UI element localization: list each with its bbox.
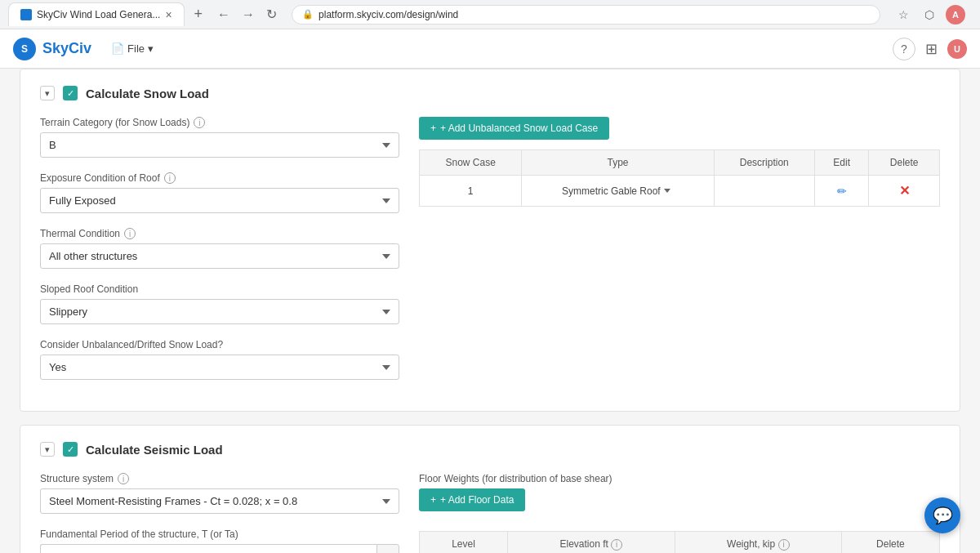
- file-icon: 📄: [111, 42, 124, 55]
- snow-case-col-header: Snow Case: [420, 150, 522, 176]
- thermal-info-icon[interactable]: i: [124, 228, 136, 239]
- header-right: ? ⊞ U: [893, 38, 967, 60]
- browser-profile[interactable]: A: [946, 5, 965, 25]
- exposure-condition-select[interactable]: Fully Exposed Partially Exposed Sheltere…: [40, 188, 399, 213]
- file-menu-chevron: ▾: [148, 42, 154, 55]
- snow-form-row: Terrain Category (for Snow Loads) i B A …: [40, 117, 940, 395]
- terrain-category-field: Terrain Category (for Snow Loads) i B A …: [40, 117, 399, 158]
- unbalanced-select[interactable]: Yes No: [40, 355, 399, 380]
- delete-snow-case-button[interactable]: ✕: [898, 181, 911, 200]
- main-content: ▾ ✓ Calculate Snow Load Terrain Category…: [0, 69, 980, 553]
- help-button[interactable]: ?: [893, 38, 915, 60]
- table-row: 1 Symmetric Gable Roof ✏ ✕: [420, 176, 940, 207]
- chat-support-button[interactable]: 💬: [924, 497, 960, 533]
- seismic-collapse-toggle[interactable]: ▾: [40, 442, 55, 457]
- extensions-button[interactable]: ⬡: [920, 5, 939, 25]
- seismic-form-row: Structure system i Steel Moment-Resistin…: [40, 473, 940, 553]
- floor-weights-label: Floor Weights (for distribution of base …: [419, 473, 940, 484]
- snow-case-delete-cell: ✕: [869, 176, 940, 207]
- terrain-category-select[interactable]: B A C D E: [40, 132, 399, 158]
- lock-icon: 🔒: [302, 9, 314, 20]
- unbalanced-field: Consider Unbalanced/Drifted Snow Load? Y…: [40, 339, 399, 380]
- apps-grid-button[interactable]: ⊞: [925, 40, 938, 58]
- logo-icon: S: [13, 38, 36, 60]
- weight-info-icon[interactable]: i: [778, 539, 790, 551]
- logo-text: SkyCiv: [42, 40, 91, 57]
- fundamental-period-input[interactable]: [40, 544, 376, 553]
- tab-title: SkyCiv Wind Load Genera...: [37, 9, 160, 20]
- section-collapse-toggle[interactable]: ▾: [40, 86, 55, 100]
- browser-tab[interactable]: SkyCiv Wind Load Genera... ×: [8, 2, 185, 26]
- fundamental-period-input-group: s: [40, 544, 399, 553]
- browser-navigation: ← → ↻: [209, 5, 285, 24]
- logo-area: S SkyCiv: [13, 38, 91, 60]
- url-text: platform.skyciv.com/design/wind: [318, 9, 458, 20]
- weight-col-header: Weight, kip i: [675, 532, 841, 554]
- snow-load-section: ▾ ✓ Calculate Snow Load Terrain Category…: [20, 69, 960, 412]
- structure-system-info-icon[interactable]: i: [118, 473, 129, 484]
- seismic-load-section: ▾ ✓ Calculate Seismic Load Structure sys…: [20, 425, 960, 553]
- add-snow-case-button[interactable]: + + Add Unbalanced Snow Load Case: [419, 117, 609, 140]
- floor-weights-table: Level Elevation ft i Weight, kip i: [419, 531, 940, 553]
- seismic-check-icon: ✓: [63, 442, 78, 457]
- reload-button[interactable]: ↻: [263, 5, 280, 24]
- seismic-section-header: ▾ ✓ Calculate Seismic Load: [40, 442, 940, 457]
- structure-system-field: Structure system i Steel Moment-Resistin…: [40, 473, 399, 514]
- snow-form-right: + + Add Unbalanced Snow Load Case Snow C…: [419, 117, 940, 395]
- delete-floor-col-header: Delete: [841, 532, 939, 554]
- seismic-form-left: Structure system i Steel Moment-Resistin…: [40, 473, 399, 553]
- back-button[interactable]: ←: [214, 6, 234, 24]
- thermal-condition-label: Thermal Condition i: [40, 228, 399, 239]
- user-avatar[interactable]: U: [947, 39, 967, 59]
- snow-cases-table: Snow Case Type Description Edit: [419, 149, 940, 207]
- type-col-header: Type: [522, 150, 714, 176]
- exposure-condition-label: Exposure Condition of Roof i: [40, 172, 399, 184]
- forward-button[interactable]: →: [238, 6, 258, 24]
- add-snow-case-label: + Add Unbalanced Snow Load Case: [440, 123, 598, 134]
- snow-case-type-select[interactable]: Symmetric Gable Roof: [562, 185, 674, 197]
- fundamental-period-unit: s: [376, 544, 399, 553]
- snow-form-left: Terrain Category (for Snow Loads) i B A …: [40, 117, 399, 395]
- seismic-section-title: Calculate Seismic Load: [86, 443, 223, 457]
- bookmark-button[interactable]: ☆: [893, 5, 913, 25]
- add-snow-case-icon: +: [430, 123, 436, 134]
- structure-system-label: Structure system i: [40, 473, 399, 484]
- fundamental-period-label: Fundamental Period of the structure, T (…: [40, 528, 399, 540]
- address-bar[interactable]: 🔒 platform.skyciv.com/design/wind: [292, 5, 880, 25]
- snow-section-header: ▾ ✓ Calculate Snow Load: [40, 86, 940, 100]
- exposure-info-icon[interactable]: i: [164, 172, 176, 184]
- fundamental-period-field: Fundamental Period of the structure, T (…: [40, 528, 399, 553]
- browser-chrome: SkyCiv Wind Load Genera... × + ← → ↻ 🔒 p…: [0, 0, 980, 29]
- exposure-condition-field: Exposure Condition of Roof i Fully Expos…: [40, 172, 399, 213]
- snow-section-title: Calculate Snow Load: [86, 87, 209, 100]
- section-check-icon: ✓: [63, 86, 78, 100]
- sloped-roof-field: Sloped Roof Condition Slippery Non-Slipp…: [40, 283, 399, 324]
- terrain-info-icon[interactable]: i: [194, 117, 205, 128]
- add-floor-icon: +: [430, 494, 436, 506]
- unbalanced-label: Consider Unbalanced/Drifted Snow Load?: [40, 339, 399, 350]
- structure-system-select[interactable]: Steel Moment-Resisting Frames - Ct = 0.0…: [40, 488, 399, 514]
- tab-close-button[interactable]: ×: [165, 8, 172, 21]
- edit-col-header: Edit: [815, 150, 869, 176]
- browser-actions: ☆ ⬡ A: [887, 5, 972, 25]
- seismic-form-right: Floor Weights (for distribution of base …: [419, 473, 940, 553]
- snow-case-type-cell: Symmetric Gable Roof: [522, 176, 714, 207]
- add-floor-label: + Add Floor Data: [440, 494, 514, 506]
- elevation-col-header: Elevation ft i: [508, 532, 675, 554]
- snow-case-description: [714, 176, 814, 207]
- level-col-header: Level: [420, 532, 508, 554]
- sloped-roof-select[interactable]: Slippery Non-Slippery: [40, 299, 399, 324]
- snow-case-number: 1: [420, 176, 522, 207]
- tab-favicon: [20, 9, 32, 20]
- file-menu[interactable]: 📄 File ▾: [105, 39, 160, 58]
- thermal-condition-field: Thermal Condition i All other structures…: [40, 228, 399, 269]
- new-tab-button[interactable]: +: [194, 6, 203, 23]
- delete-col-header: Delete: [869, 150, 940, 176]
- snow-case-edit-cell: ✏: [815, 176, 869, 207]
- add-floor-button[interactable]: + + Add Floor Data: [419, 488, 525, 511]
- elevation-info-icon[interactable]: i: [611, 539, 622, 551]
- sloped-roof-label: Sloped Roof Condition: [40, 283, 399, 295]
- thermal-condition-select[interactable]: All other structures Heated structure Un…: [40, 243, 399, 269]
- edit-snow-case-button[interactable]: ✏: [835, 183, 849, 199]
- description-col-header: Description: [714, 150, 814, 176]
